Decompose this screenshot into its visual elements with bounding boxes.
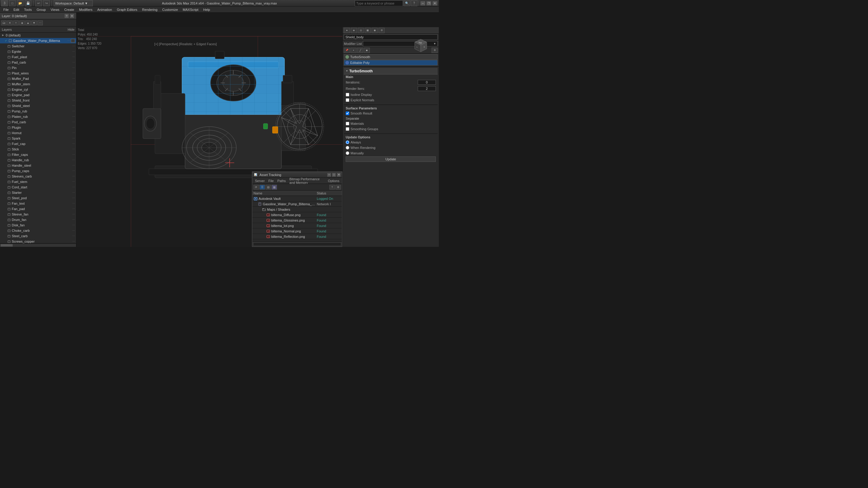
layer-item[interactable]: Fan_text⋯ [0, 201, 76, 206]
asset-list-item[interactable]: biltema_Normal.pngFound [252, 228, 342, 234]
ts-materials-checkbox[interactable] [346, 122, 349, 125]
ts-explicit-normals-checkbox[interactable] [346, 98, 349, 102]
ts-isoline-checkbox[interactable] [346, 93, 349, 96]
menu-group[interactable]: Group [34, 7, 48, 12]
menu-tools[interactable]: Tools [22, 7, 34, 12]
app-icon[interactable]: 3 [1, 0, 8, 6]
rp-icon1[interactable]: ● [344, 28, 350, 33]
rp-icon3[interactable]: ◎ [358, 28, 364, 33]
layer-item-box[interactable] [71, 39, 75, 42]
asset-min-btn[interactable]: ─ [327, 173, 331, 177]
restore-btn[interactable]: ❐ [426, 1, 432, 6]
asset-list-item[interactable]: Maps / Shaders [252, 207, 342, 212]
layer-item[interactable]: Handle_rub⋯ [0, 157, 76, 163]
rp-icon4[interactable]: ▦ [365, 28, 371, 33]
layer-item[interactable]: Pin⋯ [0, 65, 76, 70]
layer-item[interactable]: Stick⋯ [0, 147, 76, 152]
layers-hide-btn[interactable]: Hide [67, 28, 74, 31]
layer-item[interactable]: Shield_steel⋯ [0, 103, 76, 109]
layer-item[interactable]: Engine_pad⋯ [0, 92, 76, 98]
layer-item[interactable]: ▶0 (default) [0, 33, 76, 38]
save-btn[interactable]: 💾 [25, 0, 31, 6]
layer-item[interactable]: Fuel_cap⋯ [0, 141, 76, 147]
asset-list-item[interactable]: biltema_lot.pngFound [252, 223, 342, 228]
close-btn[interactable]: ✕ [432, 1, 438, 6]
workspace-dropdown[interactable]: Workspace: Default ▼ [54, 0, 93, 6]
layer-item[interactable]: Sleeve_fan⋯ [0, 212, 76, 217]
asset-settings-btn[interactable]: ⚙ [336, 185, 341, 190]
asset-table-btn[interactable]: ▦ [272, 185, 277, 190]
layer-item[interactable]: Muffer_stem⋯ [0, 81, 76, 87]
asset-list-btn[interactable]: ☰ [259, 185, 265, 190]
layers-panel-close[interactable]: ✕ [70, 13, 74, 19]
layer-item[interactable]: Fuel_stem⋯ [0, 179, 76, 184]
rp-icon2[interactable]: ◈ [351, 28, 357, 33]
layer-item[interactable]: Fuel_plast⋯ [0, 54, 76, 60]
layer-item[interactable]: Drum_fan⋯ [0, 217, 76, 222]
asset-paths-menu[interactable]: Paths [276, 179, 287, 183]
layer-item[interactable]: Disk_fan⋯ [0, 222, 76, 228]
menu-modifiers[interactable]: Modifiers [77, 7, 95, 12]
layer-item[interactable]: Sleeves_carb⋯ [0, 174, 76, 179]
layers-h-scroll-thumb[interactable] [1, 244, 13, 247]
menu-edit[interactable]: Edit [11, 7, 22, 12]
asset-options-menu[interactable]: Options [327, 179, 341, 183]
mod-pin-btn[interactable]: 📌 [344, 48, 350, 53]
layer-item[interactable]: Homut⋯ [0, 130, 76, 135]
layer-item[interactable]: Plast_wires⋯ [0, 70, 76, 76]
menu-create[interactable]: Create [62, 7, 76, 12]
ts-smoothing-groups-checkbox[interactable] [346, 127, 349, 131]
menu-animation[interactable]: Animation [95, 7, 114, 12]
ts-manually-radio[interactable] [346, 151, 349, 155]
layer-item[interactable]: Shield_front⋯ [0, 98, 76, 103]
turbosmooth-entry[interactable]: TurboSmooth [344, 54, 438, 60]
redo-btn[interactable]: ↪ [43, 0, 50, 6]
asset-file-menu[interactable]: File [267, 179, 275, 183]
asset-list-item[interactable]: Gasoline_Water_Pump_Biltema_max_vray.max… [252, 201, 342, 207]
layer-item[interactable]: Pump_caps⋯ [0, 168, 76, 174]
layer-item[interactable]: Platen_rub⋯ [0, 114, 76, 119]
layers-scrollbar-h[interactable] [0, 243, 76, 247]
layer-item[interactable]: Steel_carb⋯ [0, 233, 76, 239]
menu-maxscript[interactable]: MAXScript [181, 7, 200, 12]
layer-item[interactable]: Pod_carb⋯ [0, 119, 76, 125]
menu-file[interactable]: File [1, 7, 11, 12]
layer-item[interactable]: Egnite⋯ [0, 49, 76, 54]
asset-list-item[interactable]: biltema_Reflection.pngFound [252, 234, 342, 239]
asset-close-btn[interactable]: ✕ [337, 173, 341, 177]
asset-bitmap-menu[interactable]: Bitmap Performance and Memory [288, 177, 326, 185]
layer-up-btn[interactable]: ▲ [25, 21, 31, 25]
layer-item[interactable]: Muffer_Pad⋯ [0, 76, 76, 81]
layer-item[interactable]: Pump_rub⋯ [0, 109, 76, 114]
asset-list-item[interactable]: biltema_Glossines.pngFound [252, 218, 342, 223]
layer-add-sel-btn[interactable]: + [13, 21, 19, 25]
layer-item[interactable]: Cord_start⋯ [0, 184, 76, 190]
layer-item[interactable]: Filter_caps⋯ [0, 152, 76, 157]
layer-item[interactable]: Plugin⋯ [0, 125, 76, 130]
undo-btn[interactable]: ↩ [35, 0, 42, 6]
asset-detail-btn[interactable]: ▤ [266, 185, 271, 190]
new-btn[interactable]: □ [9, 0, 16, 6]
menu-graph-editors[interactable]: Graph Editors [115, 7, 140, 12]
layer-item[interactable]: Handle_steel⋯ [0, 163, 76, 168]
rp-icon6[interactable]: ⚙ [378, 28, 384, 33]
layer-item[interactable]: Fan_pad⋯ [0, 206, 76, 212]
layer-sel-layer-btn[interactable]: ◈ [19, 21, 25, 25]
asset-server-menu[interactable]: Server [253, 179, 266, 183]
layer-item[interactable]: Starter⋯ [0, 190, 76, 195]
layer-item[interactable]: Screws_copper⋯ [0, 239, 76, 243]
ts-when-rendering-radio[interactable] [346, 146, 349, 150]
asset-refresh-btn[interactable]: ⟳ [253, 185, 259, 190]
ts-always-radio[interactable] [346, 141, 349, 144]
layer-item[interactable]: ✓Gasoline_Water_Pump_Biltema⋯ [0, 38, 76, 43]
ts-render-iters-input[interactable] [418, 86, 436, 91]
layer-new-btn[interactable]: 🗂 [1, 21, 7, 25]
open-btn[interactable]: 📂 [17, 0, 24, 6]
menu-help[interactable]: Help [201, 7, 212, 12]
layer-more-btn[interactable]: ⋯ [37, 21, 43, 25]
ts-iterations-input[interactable] [418, 80, 436, 85]
menu-rendering[interactable]: Rendering [140, 7, 160, 12]
menu-views[interactable]: Views [49, 7, 61, 12]
asset-help-btn[interactable]: ? [330, 185, 335, 190]
rp-icon5[interactable]: ◉ [372, 28, 378, 33]
